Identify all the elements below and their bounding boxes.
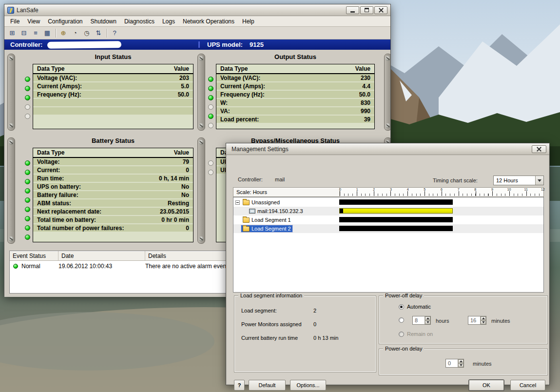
automatic-radio[interactable]: Automatic xyxy=(399,304,431,310)
row-label: Run time: xyxy=(37,175,64,182)
menu-item[interactable]: Network Operations xyxy=(179,17,238,26)
cancel-button[interactable]: Cancel xyxy=(510,380,545,391)
ruler-tick-number: 0 xyxy=(338,188,343,191)
chevron-up-icon xyxy=(426,317,429,319)
tree-item[interactable]: Load Segment 1 xyxy=(241,216,292,223)
ruler-tick-number: 1 xyxy=(355,188,360,191)
chevron-down-icon xyxy=(482,321,485,323)
table-row: Voltage (VAC):203 xyxy=(33,74,193,82)
group-legend: Power-off delay xyxy=(383,293,424,298)
hours-label: hours xyxy=(436,318,449,324)
radio-icon xyxy=(399,332,404,337)
output-status-table: Data TypeValue Voltage (VAC):230Current … xyxy=(216,64,375,129)
spin-up-button[interactable] xyxy=(425,316,430,320)
power-on-minutes-spinner[interactable]: 0 xyxy=(445,359,464,368)
spin-down-button[interactable] xyxy=(481,320,486,324)
dialog-titlebar[interactable]: Management Settings xyxy=(226,143,549,155)
power-on-minutes-value: 0 xyxy=(446,359,458,367)
table-row: Next replacement date:23.05.2015 xyxy=(33,208,193,216)
hierarchy-icon[interactable]: ⊞ xyxy=(7,28,18,39)
minimize-icon xyxy=(350,11,355,13)
help-icon[interactable]: ? xyxy=(109,28,120,39)
tree-item-icon xyxy=(249,209,255,214)
report-icon[interactable]: ≡ xyxy=(30,28,41,39)
tree-item[interactable]: Load Segment 2 xyxy=(241,225,292,232)
minutes-value: 16 xyxy=(468,316,480,324)
table-row: W:830 xyxy=(216,99,374,107)
timing-ruler: 0123456789101112 xyxy=(340,188,543,196)
stopwatch-icon[interactable]: ◔ xyxy=(70,28,80,39)
ruler-tick-number: 9 xyxy=(490,188,495,191)
ruler-tick-number: 8 xyxy=(473,188,478,191)
tree-row[interactable]: mail:194.150.232.3 xyxy=(233,207,543,216)
help-button[interactable]: ? xyxy=(234,380,245,391)
info-label: Current battery run time xyxy=(241,335,313,341)
clock-icon[interactable]: ◷ xyxy=(81,28,92,39)
status-led xyxy=(25,179,30,184)
controller-label: Controller: xyxy=(238,176,263,182)
screw-icon xyxy=(199,140,204,145)
menu-item[interactable]: View xyxy=(23,17,44,26)
tree-expander-icon[interactable] xyxy=(235,200,240,205)
close-button[interactable] xyxy=(374,6,387,14)
battery-test-icon[interactable]: ⇅ xyxy=(93,28,104,39)
timing-chart-scale-select[interactable]: 12 Hours xyxy=(493,176,544,185)
menu-item[interactable]: File xyxy=(6,17,23,26)
tree-item[interactable]: Unassigned xyxy=(241,199,281,206)
tree-item-label: mail:194.150.232.3 xyxy=(257,208,303,214)
column-header-event-status[interactable]: Event Status xyxy=(10,251,58,260)
status-led xyxy=(208,77,213,82)
remain-on-radio[interactable]: Remain on xyxy=(399,331,433,337)
menu-item[interactable]: Shutdown xyxy=(87,17,120,26)
lansafe-app-icon xyxy=(7,7,14,14)
spin-down-button[interactable] xyxy=(458,363,463,367)
led-column xyxy=(205,148,216,242)
combo-dropdown-button[interactable] xyxy=(535,176,543,185)
spin-up-button[interactable] xyxy=(481,316,486,320)
row-value: 0 h, 14 min xyxy=(159,175,189,182)
ok-button[interactable]: OK xyxy=(469,380,504,391)
column-header-date[interactable]: Date xyxy=(58,251,145,260)
lansafe-titlebar[interactable]: LanSafe xyxy=(4,4,390,16)
options-button[interactable]: Options... xyxy=(290,380,326,391)
status-led xyxy=(208,95,213,100)
toolbar-separator xyxy=(56,29,56,38)
menu-item[interactable]: Logs xyxy=(158,17,179,26)
timing-chart-scale-label: Timing chart scale: xyxy=(433,177,478,183)
minutes-spinner[interactable]: 16 xyxy=(468,316,486,325)
status-led xyxy=(208,170,213,175)
hours-spinner[interactable]: 8 xyxy=(412,316,431,325)
tree-row[interactable]: Load Segment 1 xyxy=(233,216,543,224)
tree-row[interactable]: Unassigned xyxy=(233,198,543,207)
menu-item[interactable]: Configuration xyxy=(44,17,86,26)
spin-down-button[interactable] xyxy=(425,320,430,324)
radio-icon xyxy=(399,304,404,310)
menu-item[interactable]: Diagnostics xyxy=(120,17,158,26)
status-led xyxy=(208,86,213,91)
row-label: Current: xyxy=(37,167,60,174)
tree-row[interactable]: Load Segment 2 xyxy=(233,224,543,233)
load-segment-tree: Unassigned mail:194.150.232.3 xyxy=(233,197,544,293)
maximize-icon xyxy=(365,8,369,12)
status-led xyxy=(25,114,30,119)
menu-item[interactable]: Help xyxy=(238,17,258,26)
network-tree-icon[interactable]: ⊟ xyxy=(19,28,29,39)
row-value: 0 xyxy=(186,167,189,174)
status-led xyxy=(208,123,213,128)
window-controls xyxy=(346,6,387,14)
timed-delay-radio[interactable] xyxy=(399,317,404,323)
default-button[interactable]: Default xyxy=(249,380,286,391)
spin-up-button[interactable] xyxy=(458,359,463,363)
table-row: UPS on battery:No xyxy=(33,183,193,191)
info-label: Load segment: xyxy=(241,308,313,314)
status-led xyxy=(208,104,213,110)
status-led xyxy=(25,225,30,231)
grid-icon[interactable]: ▦ xyxy=(42,28,53,39)
plug-icon[interactable]: ⊕ xyxy=(58,28,69,39)
dialog-close-button[interactable] xyxy=(532,145,546,153)
tree-item[interactable]: mail:194.150.232.3 xyxy=(248,208,305,215)
minimize-button[interactable] xyxy=(346,6,359,14)
row-value: 830 xyxy=(361,99,370,106)
maximize-button[interactable] xyxy=(360,6,373,14)
toolbar: ⊞ ⊟ ≡ ▦ ⊕ ◔ ◷ ⇅ ? xyxy=(4,27,390,39)
